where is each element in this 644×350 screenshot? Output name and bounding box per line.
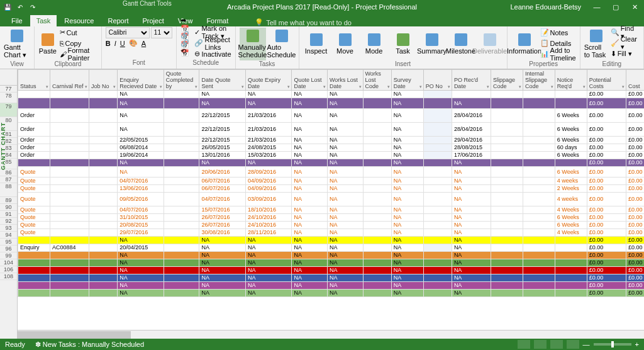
cell[interactable]: NA xyxy=(327,259,363,267)
cell[interactable]: 28/09/2016 xyxy=(245,167,292,178)
respect-links-button[interactable]: 🔗 Respect Links xyxy=(194,38,231,48)
row-number[interactable]: 90 xyxy=(0,204,17,211)
cell[interactable] xyxy=(491,290,523,297)
table-row[interactable]: NANANANANANANA£0.00£0.00◢ Confirmed Ride… xyxy=(18,98,645,109)
cell[interactable]: 26/07/2016 xyxy=(199,222,246,229)
cell[interactable]: 6 Weeks xyxy=(555,214,587,222)
cell[interactable]: £0.00 xyxy=(626,137,644,144)
cell[interactable]: 15/07/2016 xyxy=(199,206,246,214)
cell[interactable] xyxy=(423,167,452,178)
cell[interactable] xyxy=(523,267,555,274)
cell[interactable]: NA xyxy=(452,237,491,244)
cell[interactable] xyxy=(423,259,452,267)
cell[interactable] xyxy=(555,159,587,167)
inspect-button[interactable]: Inspect xyxy=(303,28,330,60)
cell[interactable]: £0.00 xyxy=(587,193,626,206)
cell[interactable] xyxy=(523,259,555,267)
cell[interactable] xyxy=(18,91,50,98)
cell[interactable] xyxy=(555,252,587,259)
cell[interactable]: NA xyxy=(245,159,292,167)
cell[interactable] xyxy=(523,159,555,167)
row-number[interactable]: 79 xyxy=(0,103,17,117)
cell[interactable] xyxy=(555,98,587,109)
cell[interactable]: 06/08/2014 xyxy=(118,144,164,152)
cell[interactable]: NA xyxy=(118,123,164,137)
column-header[interactable]: Enquiry Recieved Date▾ xyxy=(118,70,164,91)
cell[interactable] xyxy=(491,259,523,267)
cell[interactable] xyxy=(89,206,118,214)
cell[interactable]: 24/10/2016 xyxy=(245,214,292,222)
cell[interactable]: 6 Weeks xyxy=(555,152,587,159)
cell[interactable] xyxy=(164,98,199,109)
cell[interactable] xyxy=(423,274,452,282)
table-row[interactable]: Quote29/07/201630/08/201628/11/2016NANAN… xyxy=(18,229,645,237)
cell[interactable] xyxy=(89,282,118,290)
column-header[interactable]: Quote Expiry Date▾ xyxy=(245,70,292,91)
row-number[interactable]: 95 xyxy=(0,239,17,246)
cell[interactable] xyxy=(89,137,118,144)
cell[interactable]: NA xyxy=(327,152,363,159)
horizontal-scrollbar[interactable] xyxy=(18,330,644,339)
cell[interactable] xyxy=(491,206,523,214)
table-row[interactable]: EnquiryAC0088420/04/2015NANANANANANA£0.0… xyxy=(18,244,645,252)
cell[interactable]: NA xyxy=(292,144,328,152)
cell[interactable] xyxy=(89,91,118,98)
cell[interactable] xyxy=(89,274,118,282)
view-btn-3[interactable] xyxy=(550,340,563,349)
cell[interactable]: 6 Weeks xyxy=(555,137,587,144)
cell[interactable] xyxy=(18,159,50,167)
cell[interactable]: NA xyxy=(327,237,363,244)
cell[interactable] xyxy=(555,282,587,290)
cell[interactable]: 4 weeks xyxy=(555,193,587,206)
cell[interactable] xyxy=(523,252,555,259)
cell[interactable] xyxy=(491,137,523,144)
table-row[interactable]: Quote13/06/201606/07/201604/09/2016NANAN… xyxy=(18,185,645,193)
cell[interactable] xyxy=(89,159,118,167)
cell[interactable]: 15/03/2016 xyxy=(245,152,292,159)
row-number[interactable]: 96 xyxy=(0,246,17,252)
cell[interactable]: NA xyxy=(327,159,363,167)
cell[interactable]: NA xyxy=(391,282,423,290)
gantt-chart-button[interactable]: Gantt Chart ▾ xyxy=(4,28,30,60)
cell[interactable]: £0.00 xyxy=(587,237,626,244)
cell[interactable]: NA xyxy=(245,237,292,244)
cell[interactable]: NA xyxy=(292,214,328,222)
cell[interactable] xyxy=(523,144,555,152)
cell[interactable]: 13/06/2016 xyxy=(118,185,164,193)
cell[interactable] xyxy=(50,282,89,290)
cell[interactable]: £0.00 xyxy=(626,237,644,244)
cell[interactable] xyxy=(89,267,118,274)
cell[interactable] xyxy=(50,167,89,178)
cell[interactable] xyxy=(50,178,89,185)
cell[interactable]: NA xyxy=(118,98,164,109)
cell[interactable]: NA xyxy=(452,282,491,290)
table-row[interactable]: NANANANANANANA£0.00£0.00◢ Potential Ride… xyxy=(18,159,645,167)
cell[interactable]: £0.00 xyxy=(587,214,626,222)
cell[interactable]: £0.00 xyxy=(587,267,626,274)
cell[interactable] xyxy=(423,267,452,274)
cell[interactable]: £0.00 xyxy=(626,91,644,98)
cell[interactable] xyxy=(89,98,118,109)
cell[interactable]: £0.00 xyxy=(626,222,644,229)
tab-report[interactable]: Report xyxy=(101,15,135,26)
table-row[interactable]: NANANANANANANA£0.00£0.00▸ Monitor/ assig… xyxy=(18,274,645,282)
cell[interactable] xyxy=(50,91,89,98)
link-buttons[interactable]: 🔗 🔗 ⟲ xyxy=(180,38,192,48)
column-header[interactable]: Works Lost Code▾ xyxy=(363,70,391,91)
cell[interactable] xyxy=(89,290,118,297)
cell[interactable] xyxy=(491,144,523,152)
cell[interactable] xyxy=(491,229,523,237)
cell[interactable]: NA xyxy=(391,259,423,267)
cell[interactable] xyxy=(523,290,555,297)
cell[interactable]: NA xyxy=(391,252,423,259)
cell[interactable]: £0.00 xyxy=(587,178,626,185)
cell[interactable] xyxy=(363,178,391,185)
cell[interactable]: NA xyxy=(327,193,363,206)
cell[interactable] xyxy=(18,252,50,259)
cell[interactable]: £0.00 xyxy=(626,206,644,214)
cell[interactable] xyxy=(491,244,523,252)
cell[interactable]: NA xyxy=(245,290,292,297)
cell[interactable]: 24/08/2015 xyxy=(245,144,292,152)
cell[interactable]: £0.00 xyxy=(587,290,626,297)
cell[interactable] xyxy=(452,91,491,98)
